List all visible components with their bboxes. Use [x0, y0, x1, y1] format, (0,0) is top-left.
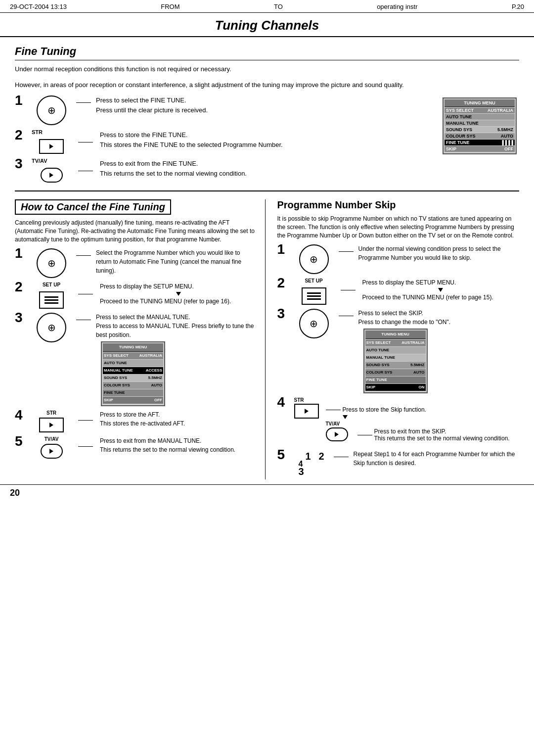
fine-step-3: 3 TV/AV Press to exit from the FINE TUNE…	[15, 159, 433, 183]
step-num-1: 1	[15, 94, 27, 107]
skip-step-2-text2: Proceed to the TUNING MENU (refer to pag…	[362, 293, 520, 302]
step-connector-line	[78, 142, 93, 142]
cancel-intro: Canceling previously adjusted (manually)…	[15, 219, 257, 243]
cancel-step-num-4: 4	[15, 408, 27, 422]
page-title-bar: Tuning Channels	[0, 13, 534, 37]
cancel-step-1-content: Select the Programme Number which you wo…	[96, 248, 257, 275]
prog-skip-section: Programme Number Skip It is possible to …	[275, 199, 520, 479]
skip-step-5-content: Repeat Step1 to 4 for each Programme Num…	[354, 450, 520, 468]
fine-tuning-title: Fine Tuning	[15, 42, 519, 60]
setup-line-2	[44, 299, 58, 301]
skip-step-3-content: Press to select the SKIP. Press to chang…	[358, 309, 520, 393]
num-pad-icon: 1 2 3 4	[297, 450, 326, 479]
step-num-3: 3	[15, 157, 27, 171]
cancel-step-3-text2: Press to access to MANUAL TUNE. Press br…	[96, 322, 257, 339]
connector-c1	[76, 255, 91, 256]
setup-line-s2-1	[307, 292, 321, 294]
tm-label-fine: FINE TUNE	[446, 140, 470, 145]
skip-step-2-label: SET UP	[305, 278, 322, 284]
skip-step-4-tvav-text1: Press to exit from the SKIP.	[374, 428, 510, 435]
cancel-step-4-text2: This stores the re-activated AFT.	[100, 419, 257, 428]
num-icon-1: 1	[306, 451, 311, 462]
skip-step-4-str-label: STR	[294, 397, 304, 403]
step-3-content: Press to exit from the FINE TUNE. This r…	[100, 159, 433, 178]
cancel-step-2-text2: Proceed to the TUNING MENU (refer to pag…	[100, 297, 257, 306]
skip-step-1: 1 ⊕ Under the normal viewing condition p…	[277, 244, 520, 274]
skip-step-1-content: Under the normal viewing condition press…	[358, 244, 520, 262]
page-title: Tuning Channels	[215, 18, 319, 33]
arrow-right-icon-s4b	[335, 432, 339, 437]
cancel-step-3-icon: ⊕	[32, 313, 71, 342]
fine-step-2: 2 STR Press to store the FINE TUNE. This…	[15, 130, 433, 154]
prog-skip-intro: It is possible to skip Programme Number …	[277, 215, 520, 239]
skip-step-num-3: 3	[277, 307, 289, 321]
skip-step-3-icon: ⊕	[294, 309, 334, 338]
skip-step-1-text: Under the normal viewing condition press…	[358, 244, 520, 262]
cancel-step-5-label: TV/AV	[44, 436, 59, 442]
step-2-icon: STR	[32, 130, 71, 154]
cancel-tuning-menu: TUNING MENU SYS SELECTAUSTRALIA AUTO TUN…	[101, 341, 165, 406]
skip-step-num-2: 2	[277, 276, 289, 290]
connector-c3	[76, 320, 91, 320]
str-button-icon-c4	[39, 418, 64, 432]
skip-tm-row-fine: FINE TUNE	[365, 377, 426, 383]
skip-step-4-str: STR	[294, 397, 319, 419]
connector-c5	[78, 446, 93, 447]
cancel-step-3: 3 ⊕ Press to select the MANUAL TUNE. Pre…	[15, 313, 257, 406]
tuning-menu-display: TUNING MENU SYS SELECT AUSTRALIA AUTO TU…	[443, 95, 519, 154]
nav-arrows-icon: ⊕	[47, 105, 56, 115]
skip-step-1-icon: ⊕	[294, 244, 334, 274]
skip-step-2-text1: Press to display the SETUP MENU.	[362, 278, 520, 287]
cancel-title: How to Cancel the Fine Tuning	[15, 199, 171, 215]
page-header: 29-OCT-2004 13:13 FROM TO operating inst…	[0, 0, 534, 13]
nav-arrows-icon-c1: ⊕	[47, 258, 56, 268]
step-1-text-1: Press to select the FINE TUNE.	[96, 95, 433, 105]
nav-arrows-icon-s1: ⊕	[310, 254, 318, 264]
tm-val-colour: AUTO	[501, 134, 513, 139]
step-1-icon: ⊕	[32, 95, 71, 125]
two-col-section: How to Cancel the Fine Tuning Canceling …	[15, 199, 519, 479]
arrow-down-icon-c2	[176, 292, 181, 296]
num-icon-4: 4	[299, 460, 303, 469]
skip-step-num-5: 5	[277, 448, 289, 462]
prog-skip-title: Programme Number Skip	[277, 199, 520, 211]
skip-step-4-icons: STR	[294, 397, 319, 419]
arrow-down-icon-s4	[343, 415, 348, 419]
skip-step-2-content: Press to display the SETUP MENU. Proceed…	[362, 278, 520, 302]
skip-step-4-tvav-icon: TV/AV	[326, 421, 356, 441]
cancel-tm-row-skip: SKIPOFF	[103, 397, 163, 404]
skip-step-4-content: Press to store the Skip function. TV/AV	[326, 397, 510, 442]
skip-step-4-tvav-label: TV/AV	[326, 421, 340, 426]
step-3-label: TV/AV	[32, 158, 47, 164]
tuning-menu-row-fine: FINE TUNE ▐▐▐▐	[445, 140, 515, 145]
cancel-step-1-text: Select the Programme Number which you wo…	[96, 248, 257, 275]
skip-step-num-1: 1	[277, 242, 289, 256]
num-icon-2: 2	[318, 451, 324, 462]
tuning-menu-row-skip: SKIP OFF	[445, 146, 515, 152]
skip-step-4-str-text: Press to store the Skip function.	[343, 406, 426, 413]
tm-label-manual: MANUAL TUNE	[446, 121, 479, 126]
arrow-down-icon-s2	[438, 288, 443, 292]
setup-btn-icon-s2	[302, 287, 326, 305]
setup-line-s2-2	[307, 295, 321, 297]
tuning-menu: TUNING MENU SYS SELECT AUSTRALIA AUTO TU…	[443, 97, 517, 154]
cancel-step-4-label: STR	[46, 410, 56, 416]
skip-tm-row-skip: SKIPON	[365, 384, 426, 391]
skip-step-5-icon: 1 2 3 4	[294, 450, 329, 479]
skip-tm-row-sys: SYS SELECTAUSTRALIA	[365, 339, 426, 346]
step-3-text-2: This returns the set to the normal viewi…	[100, 169, 433, 179]
tuning-menu-row-sys: SYS SELECT AUSTRALIA	[445, 107, 515, 113]
tvav-button-icon-s4	[326, 427, 348, 441]
arrow-right-icon-c4	[49, 423, 53, 427]
arrow-right-icon-c5	[49, 449, 53, 454]
cancel-step-5: 5 TV/AV Press to exit from the MANUAL TU…	[15, 436, 257, 459]
cancel-tm-row-sound: SOUND SYS5.5MHZ	[103, 375, 163, 381]
arrow-right-icon	[49, 144, 53, 149]
tvav-button-icon-c5	[41, 444, 63, 459]
footer-page-num: 20	[10, 488, 20, 498]
setup-line-3	[44, 302, 58, 304]
tm-label-sound: SOUND SYS	[446, 127, 472, 132]
skip-step-3-text2: Press to change the mode to "ON".	[358, 318, 520, 327]
connector-s2	[341, 290, 356, 290]
arrow-right-icon2	[49, 173, 53, 178]
